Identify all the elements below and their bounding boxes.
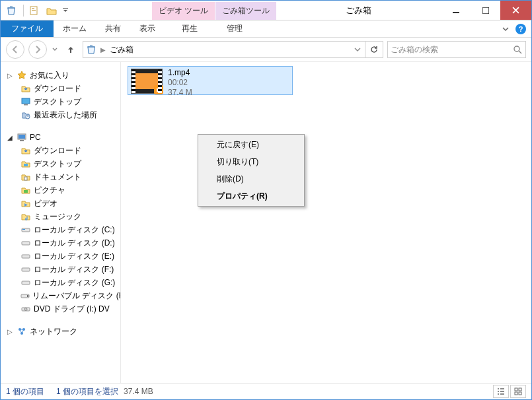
tree-network[interactable]: ▷ ネットワーク bbox=[1, 325, 120, 338]
svg-rect-3 bbox=[453, 12, 459, 13]
tree-disk-f[interactable]: ローカル ディスク (F:) bbox=[1, 263, 120, 276]
file-item-selected[interactable]: ▶ 1.mp4 00:02 37.4 M bbox=[128, 66, 293, 95]
removable-drive-icon bbox=[20, 290, 30, 301]
tree-label: ダウンロード bbox=[34, 145, 81, 156]
nav-history-dropdown-icon[interactable] bbox=[51, 47, 59, 52]
maximize-button[interactable] bbox=[471, 1, 500, 20]
tree-pc-documents[interactable]: ドキュメント bbox=[1, 170, 120, 183]
expand-ribbon-icon[interactable] bbox=[500, 23, 512, 35]
svg-rect-30 bbox=[515, 392, 517, 395]
ctx-cut[interactable]: 切り取り(T) bbox=[200, 153, 303, 170]
svg-rect-18 bbox=[22, 255, 30, 258]
recyclebin-tools-tab[interactable]: ごみ箱ツール bbox=[215, 2, 276, 20]
search-field[interactable]: ごみ箱の検索 bbox=[387, 41, 526, 58]
twisty-collapsed-icon[interactable]: ▷ bbox=[6, 328, 14, 335]
address-dropdown-icon[interactable] bbox=[352, 46, 363, 53]
window-title: ごみ箱 bbox=[276, 1, 441, 20]
tree-fav-desktop[interactable]: デスクトップ bbox=[1, 95, 120, 108]
star-icon bbox=[17, 70, 27, 81]
ctx-restore[interactable]: 元に戻す(E) bbox=[200, 136, 303, 153]
svg-rect-14 bbox=[24, 190, 28, 193]
tree-disk-h-removable[interactable]: リムーバブル ディスク (H:) bbox=[1, 289, 120, 302]
window-controls bbox=[441, 1, 531, 20]
video-thumbnail: ▶ bbox=[131, 69, 163, 94]
recycle-bin-address-icon bbox=[86, 44, 96, 55]
ribbon: ファイル ホーム 共有 表示 再生 管理 ? bbox=[1, 20, 531, 38]
tree-label: PC bbox=[30, 133, 41, 142]
navigation-pane[interactable]: ▷ お気に入り ダウンロード デスクトップ bbox=[1, 62, 121, 383]
qat-customize-caret-icon[interactable] bbox=[61, 3, 70, 18]
ribbon-tab-file[interactable]: ファイル bbox=[1, 20, 54, 37]
qat-divider bbox=[23, 5, 24, 17]
ribbon-tab-share[interactable]: 共有 bbox=[96, 20, 130, 37]
twisty-expanded-icon[interactable]: ◢ bbox=[6, 134, 14, 141]
content-pane[interactable]: ▶ 1.mp4 00:02 37.4 M bbox=[121, 62, 531, 383]
tree-pc[interactable]: ◢ PC bbox=[1, 131, 120, 144]
drive-icon bbox=[20, 238, 31, 248]
nav-back-button[interactable] bbox=[6, 40, 24, 59]
pictures-icon bbox=[20, 185, 31, 195]
twisty-collapsed-icon[interactable]: ▷ bbox=[6, 72, 14, 79]
address-field[interactable]: ▶ ごみ箱 bbox=[83, 41, 365, 58]
new-folder-qat-button[interactable] bbox=[44, 3, 59, 18]
tree-label: デスクトップ bbox=[34, 96, 81, 108]
ribbon-tab-home[interactable]: ホーム bbox=[54, 20, 96, 37]
nav-forward-button[interactable] bbox=[28, 40, 47, 59]
svg-rect-28 bbox=[515, 388, 517, 391]
tree-favorites[interactable]: ▷ お気に入り bbox=[1, 69, 120, 82]
view-large-icons-button[interactable] bbox=[510, 385, 526, 398]
drive-icon bbox=[20, 277, 31, 288]
svg-rect-17 bbox=[22, 242, 30, 245]
tree-group-network: ▷ ネットワーク bbox=[1, 325, 120, 338]
minimize-button[interactable] bbox=[441, 1, 471, 20]
tree-group-favorites: ▷ お気に入り ダウンロード デスクトップ bbox=[1, 69, 120, 121]
tree-disk-c[interactable]: ローカル ディスク (C:) bbox=[1, 223, 120, 236]
dvd-drive-icon bbox=[20, 304, 31, 314]
tree-group-pc: ◢ PC ダウンロード デスクトップ ドキュメント bbox=[1, 131, 120, 316]
help-icon[interactable]: ? bbox=[515, 24, 526, 34]
tree-label: ドキュメント bbox=[34, 172, 81, 183]
nav-up-button[interactable] bbox=[63, 42, 79, 57]
tree-fav-recent[interactable]: 最近表示した場所 bbox=[1, 108, 120, 121]
svg-rect-4 bbox=[482, 7, 489, 14]
tree-pc-pictures[interactable]: ピクチャ bbox=[1, 183, 120, 197]
view-details-button[interactable] bbox=[493, 385, 509, 398]
tree-pc-downloads[interactable]: ダウンロード bbox=[1, 144, 120, 157]
ctx-properties[interactable]: プロパティ(R) bbox=[200, 187, 303, 205]
tree-disk-d[interactable]: ローカル ディスク (D:) bbox=[1, 236, 120, 250]
svg-rect-22 bbox=[27, 295, 28, 297]
tree-pc-music[interactable]: ミュージック bbox=[1, 210, 120, 223]
tree-disk-e[interactable]: ローカル ディスク (E:) bbox=[1, 250, 120, 263]
properties-qat-button[interactable] bbox=[26, 3, 42, 18]
ribbon-tab-play[interactable]: 再生 bbox=[172, 20, 207, 37]
tree-pc-videos[interactable]: ビデオ bbox=[1, 197, 120, 210]
tree-label: ローカル ディスク (F:) bbox=[34, 264, 114, 275]
ctx-delete[interactable]: 削除(D) bbox=[200, 170, 303, 187]
refresh-button[interactable] bbox=[365, 41, 383, 58]
svg-rect-1 bbox=[32, 8, 34, 9]
ribbon-tab-manage[interactable]: 管理 bbox=[217, 20, 252, 37]
contextual-tool-tabs: ビデオ ツール ごみ箱ツール bbox=[152, 1, 276, 20]
tree-label: ダウンロード bbox=[34, 83, 81, 94]
tree-pc-desktop[interactable]: デスクトップ bbox=[1, 157, 120, 170]
tree-label: リムーバブル ディスク (H:) bbox=[32, 290, 121, 302]
status-selected-size: 37.4 MB bbox=[124, 387, 153, 396]
svg-rect-16 bbox=[22, 229, 25, 230]
ribbon-tab-view[interactable]: 表示 bbox=[130, 20, 165, 37]
video-tools-tab[interactable]: ビデオ ツール bbox=[152, 2, 215, 20]
tree-label: ミュージック bbox=[34, 211, 81, 222]
breadcrumb-location[interactable]: ごみ箱 bbox=[110, 44, 133, 55]
recycle-bin-icon[interactable] bbox=[3, 3, 19, 18]
svg-rect-7 bbox=[24, 104, 28, 106]
svg-rect-15 bbox=[22, 228, 30, 232]
tree-disk-g[interactable]: ローカル ディスク (G:) bbox=[1, 276, 120, 289]
tree-label: ピクチャ bbox=[34, 185, 65, 196]
tree-fav-downloads[interactable]: ダウンロード bbox=[1, 82, 120, 95]
tree-dvd-i[interactable]: DVD ドライブ (I:) DV bbox=[1, 302, 120, 316]
breadcrumb-sep-icon: ▶ bbox=[100, 46, 106, 53]
close-button[interactable] bbox=[500, 1, 531, 20]
svg-rect-20 bbox=[22, 281, 30, 284]
tree-label: ネットワーク bbox=[30, 326, 77, 337]
search-icon bbox=[512, 45, 523, 54]
title-bar: ビデオ ツール ごみ箱ツール ごみ箱 bbox=[1, 1, 531, 20]
